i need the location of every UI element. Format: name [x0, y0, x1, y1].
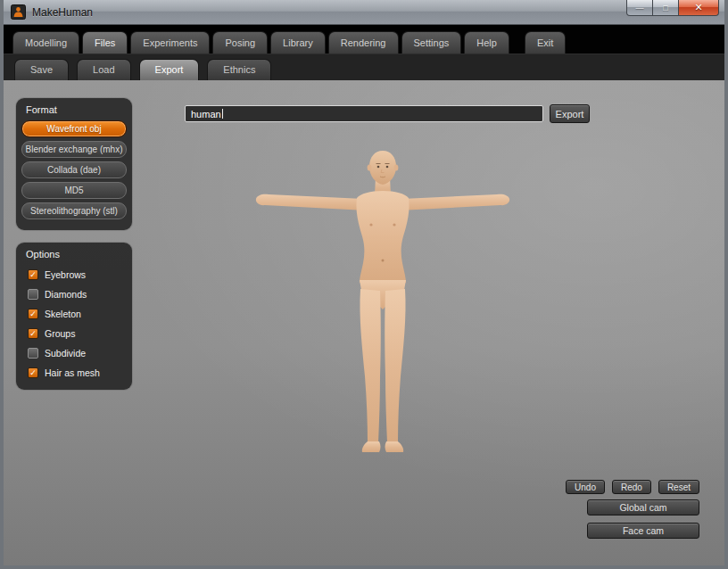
- checkbox-icon: ✓: [28, 367, 38, 378]
- format-option-stereolithography[interactable]: Stereolithography (stl): [21, 202, 127, 219]
- minimize-button[interactable]: —: [626, 0, 653, 16]
- tab-help[interactable]: Help: [464, 31, 509, 54]
- checkbox-hair-as-mesh[interactable]: ✓ Hair as mesh: [20, 363, 128, 383]
- checkbox-label: Groups: [45, 328, 75, 339]
- maximize-button[interactable]: □: [653, 0, 678, 16]
- tab-modelling[interactable]: Modelling: [12, 31, 79, 54]
- tab-experiments[interactable]: Experiments: [130, 31, 210, 54]
- tab-posing[interactable]: Posing: [212, 31, 268, 54]
- checkbox-label: Subdivide: [45, 348, 86, 359]
- options-panel-title: Options: [20, 245, 128, 265]
- history-controls: Undo Redo Reset: [566, 480, 699, 494]
- checkbox-icon: ✓: [28, 289, 38, 300]
- tab-rendering[interactable]: Rendering: [328, 31, 399, 54]
- check-icon: ✓: [29, 271, 37, 279]
- checkbox-subdivide[interactable]: ✓ Subdivide: [20, 343, 128, 363]
- text-caret: [222, 109, 223, 119]
- checkbox-eyebrows[interactable]: ✓ Eyebrows: [20, 265, 128, 284]
- window-title: MakeHuman: [32, 6, 93, 19]
- tab-settings[interactable]: Settings: [401, 31, 462, 54]
- filename-value: human: [191, 109, 221, 120]
- subtab-load[interactable]: Load: [77, 59, 130, 80]
- checkbox-icon: ✓: [28, 309, 38, 319]
- main-tab-bar: Modelling Files Experiments Posing Libra…: [4, 25, 724, 54]
- tab-files[interactable]: Files: [82, 31, 128, 54]
- check-icon: ✓: [29, 369, 37, 377]
- format-option-wavefront-obj[interactable]: Wavefront obj: [21, 120, 127, 137]
- titlebar[interactable]: MakeHuman — □ ✕: [4, 0, 724, 25]
- checkbox-label: Diamonds: [45, 289, 87, 300]
- makehuman-window: MakeHuman — □ ✕ Modelling Files Experime…: [0, 0, 728, 569]
- checkbox-label: Eyebrows: [45, 269, 86, 280]
- format-panel: Format Wavefront obj Blender exchange (m…: [16, 98, 132, 230]
- format-option-collada[interactable]: Collada (dae): [21, 161, 127, 178]
- undo-button[interactable]: Undo: [566, 480, 605, 494]
- subtab-ethnics[interactable]: Ethnics: [207, 59, 271, 80]
- redo-button[interactable]: Redo: [612, 480, 651, 494]
- makehuman-logo-icon: [11, 4, 26, 20]
- checkbox-icon: ✓: [28, 348, 38, 359]
- human-model-viewport[interactable]: [252, 146, 513, 460]
- format-panel-title: Format: [20, 101, 128, 120]
- tab-library[interactable]: Library: [270, 31, 326, 54]
- checkbox-icon: ✓: [28, 269, 38, 280]
- check-icon: ✓: [29, 310, 37, 318]
- reset-button[interactable]: Reset: [658, 480, 699, 494]
- checkbox-label: Hair as mesh: [45, 367, 100, 378]
- tab-exit[interactable]: Exit: [525, 31, 566, 54]
- filename-input[interactable]: human: [185, 105, 543, 122]
- format-option-md5[interactable]: MD5: [21, 182, 127, 199]
- export-button[interactable]: Export: [550, 104, 590, 123]
- close-button[interactable]: ✕: [678, 0, 719, 16]
- window-controls: — □ ✕: [626, 0, 719, 16]
- options-panel: Options ✓ Eyebrows ✓ Diamonds ✓ Skeleton…: [16, 243, 132, 390]
- subtab-export[interactable]: Export: [139, 59, 200, 80]
- files-sub-tab-bar: Save Load Export Ethnics: [4, 54, 724, 80]
- checkbox-label: Skeleton: [45, 309, 81, 319]
- viewport-area[interactable]: Format Wavefront obj Blender exchange (m…: [4, 80, 724, 565]
- format-option-blender-exchange[interactable]: Blender exchange (mhx): [21, 141, 127, 158]
- face-cam-button[interactable]: Face cam: [587, 523, 699, 539]
- check-icon: ✓: [29, 330, 37, 338]
- human-figure: [252, 146, 513, 460]
- checkbox-diamonds[interactable]: ✓ Diamonds: [20, 284, 128, 304]
- global-cam-button[interactable]: Global cam: [587, 499, 699, 515]
- subtab-save[interactable]: Save: [14, 59, 69, 80]
- checkbox-groups[interactable]: ✓ Groups: [20, 324, 128, 343]
- checkbox-icon: ✓: [28, 328, 38, 339]
- checkbox-skeleton[interactable]: ✓ Skeleton: [20, 304, 128, 324]
